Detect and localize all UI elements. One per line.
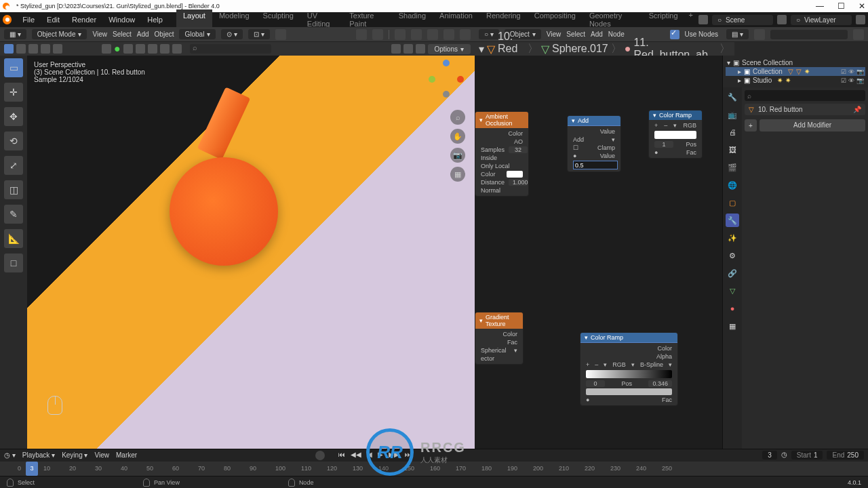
timeline-type-icon[interactable]: ◷ ▾ xyxy=(4,451,16,459)
camera-icon[interactable]: 📷 xyxy=(856,68,864,75)
node-cr2-gradient[interactable] xyxy=(654,131,696,139)
shading-wireframe-button[interactable] xyxy=(411,29,422,40)
node-add-value-in[interactable]: ● Value xyxy=(570,152,618,160)
magnet-icon[interactable] xyxy=(391,44,401,54)
proportional-edit-button[interactable] xyxy=(275,29,286,40)
tool-scale[interactable]: ⤢ xyxy=(4,156,23,175)
node-cr2-pos[interactable]: 1Pos xyxy=(652,140,699,148)
auto-key-button[interactable] xyxy=(315,451,325,460)
tool-measure[interactable]: 📐 xyxy=(4,229,23,248)
node-menu-add[interactable]: Add xyxy=(591,30,603,38)
tool-add-primitive[interactable]: □ xyxy=(4,253,23,272)
viewlayer-icon[interactable] xyxy=(777,15,787,24)
node-ao-header[interactable]: ▾ Ambient Occlusion xyxy=(475,112,528,128)
persp-ortho-icon[interactable]: ▦ xyxy=(450,167,465,182)
node-add-mode[interactable]: Add▾ xyxy=(570,136,618,144)
node-add-header[interactable]: ▾ Add xyxy=(568,116,620,126)
outliner-type[interactable]: ▤ ▾ xyxy=(726,29,749,39)
tree-collection[interactable]: ▸ ▣ Collection ▽ ▽ ✷ ☑ 👁 📷 xyxy=(726,67,865,76)
play-reverse-button[interactable]: ◀ xyxy=(366,451,374,460)
node-ao-color-in[interactable]: Color xyxy=(478,170,526,178)
playhead[interactable]: 3 xyxy=(26,462,38,476)
node-ambient-occlusion[interactable]: ▾ Ambient Occlusion Color AO Samples32 I… xyxy=(475,111,529,197)
current-frame-input[interactable]: 3 xyxy=(762,451,777,460)
tool-rotate[interactable]: ⟲ xyxy=(4,131,23,150)
camera-icon[interactable]: 📷 xyxy=(856,77,864,84)
node-cr1-ctrls[interactable]: +–▾RGB▾B-Spline▾ xyxy=(583,361,675,369)
node-cr2-ctrls[interactable]: +–▾RGB xyxy=(652,121,699,129)
add-modifier-button[interactable]: Add Modifier xyxy=(760,119,865,131)
active-object-row[interactable]: ▽ 10. Red button 📌 xyxy=(745,104,865,115)
menu-edit[interactable]: Edit xyxy=(41,14,65,25)
node-cr2-fac[interactable]: ● Fac xyxy=(652,148,699,157)
scene-icon[interactable] xyxy=(698,15,708,24)
tool-move[interactable]: ✥ xyxy=(4,107,23,126)
properties-search[interactable] xyxy=(745,90,865,101)
pivot-select[interactable]: ⊙ ▾ xyxy=(221,29,243,39)
vis-toggle[interactable] xyxy=(102,44,111,54)
shading-solid-button[interactable] xyxy=(427,29,438,40)
outliner-filter2-button[interactable] xyxy=(853,29,864,40)
new-viewlayer-button[interactable] xyxy=(856,15,865,24)
ptab-viewlayer[interactable]: 🖼 xyxy=(726,143,739,157)
node-ao-samples[interactable]: Samples32 xyxy=(478,146,526,154)
editor-type-select[interactable]: ▦ ▾ xyxy=(4,29,26,39)
end-frame-input[interactable]: End 250 xyxy=(827,451,863,460)
axis-z-icon[interactable] xyxy=(443,60,450,66)
icon-c[interactable] xyxy=(148,44,157,54)
outliner-search[interactable] xyxy=(770,30,848,39)
node-grad-vector[interactable]: ector xyxy=(478,354,520,363)
viewlayer-field[interactable]: ViewLayer xyxy=(791,15,852,25)
camera-view-icon[interactable]: 📷 xyxy=(450,148,465,163)
xray-button[interactable] xyxy=(395,29,406,40)
node-add-value-input[interactable] xyxy=(573,161,618,169)
bc-2[interactable]: Sphere.017 xyxy=(552,43,608,55)
node-cr1-header[interactable]: ▾ Color Ramp xyxy=(580,333,677,343)
viewport-search[interactable] xyxy=(190,44,271,54)
node-ao-distance[interactable]: Distance1.000 xyxy=(478,178,526,186)
axis-neg-icon[interactable] xyxy=(443,91,450,98)
tree-expand-icon[interactable]: ▸ xyxy=(738,68,741,75)
node-gradient-texture[interactable]: ▾ Gradient Texture Color Fac Spherical▾ … xyxy=(475,312,524,365)
node-menu-node[interactable]: Node xyxy=(608,30,625,38)
tool-annotate[interactable]: ✎ xyxy=(4,205,23,224)
close-button[interactable]: ✕ xyxy=(859,1,865,11)
node-colorramp-bottom[interactable]: ▾ Color Ramp Color Alpha +–▾RGB▾B-Spline… xyxy=(580,332,678,406)
scene-field[interactable]: Scene xyxy=(712,15,773,25)
node-editor-type[interactable]: ○ ▾ xyxy=(479,29,499,39)
exclude-icon[interactable]: ☑ xyxy=(841,77,846,84)
outliner-filter-button[interactable] xyxy=(754,29,765,40)
menu-add[interactable]: Add xyxy=(137,30,149,38)
zoom-icon[interactable]: ⌕ xyxy=(450,110,465,125)
menu-object[interactable]: Object xyxy=(155,30,174,38)
axis-x-icon[interactable] xyxy=(457,76,464,83)
menu-select[interactable]: Select xyxy=(113,30,132,38)
select-mode-1[interactable] xyxy=(4,44,14,54)
ptab-world[interactable]: 🌐 xyxy=(726,178,739,192)
menu-window[interactable]: Window xyxy=(103,14,140,25)
node-ao-onlylocal[interactable]: Only Local xyxy=(478,162,526,170)
node-colorramp-top[interactable]: ▾ Color Ramp +–▾RGB 1Pos ● Fac xyxy=(648,110,703,159)
menu-help[interactable]: Help xyxy=(142,14,168,25)
node-grad-mode[interactable]: Spherical▾ xyxy=(478,346,520,354)
node-menu-view[interactable]: View xyxy=(547,30,561,38)
ptab-modifier[interactable]: 🔧 xyxy=(726,214,739,227)
exclude-icon[interactable]: ☑ xyxy=(841,68,846,75)
shading-matprev-button[interactable] xyxy=(443,29,454,40)
node-math-add[interactable]: ▾ Add Value Add▾ ☐Clamp ● Value xyxy=(567,115,621,172)
ptab-output[interactable]: 🖨 xyxy=(726,125,739,139)
ptab-tool[interactable]: 🔧 xyxy=(726,90,739,104)
eye-icon[interactable]: 👁 xyxy=(848,77,854,84)
ptab-material[interactable]: ● xyxy=(726,302,739,315)
icon-a[interactable] xyxy=(123,44,133,54)
tree-expand-icon[interactable]: ▸ xyxy=(738,77,741,84)
ptab-particles[interactable]: ✨ xyxy=(726,231,739,245)
select-mode-4[interactable] xyxy=(41,44,50,54)
node-cr1-swatch[interactable] xyxy=(583,388,675,396)
pin-icon[interactable]: 📌 xyxy=(853,106,861,113)
node-ao-normal[interactable]: Normal xyxy=(478,186,526,195)
tool-transform[interactable]: ◫ xyxy=(4,180,23,199)
icon-e[interactable] xyxy=(172,44,182,54)
tool-cursor[interactable]: ✛ xyxy=(4,83,23,102)
tree-studio[interactable]: ▸ ▣ Studio ✷ ✷ ☑ 👁 📷 xyxy=(726,76,865,85)
